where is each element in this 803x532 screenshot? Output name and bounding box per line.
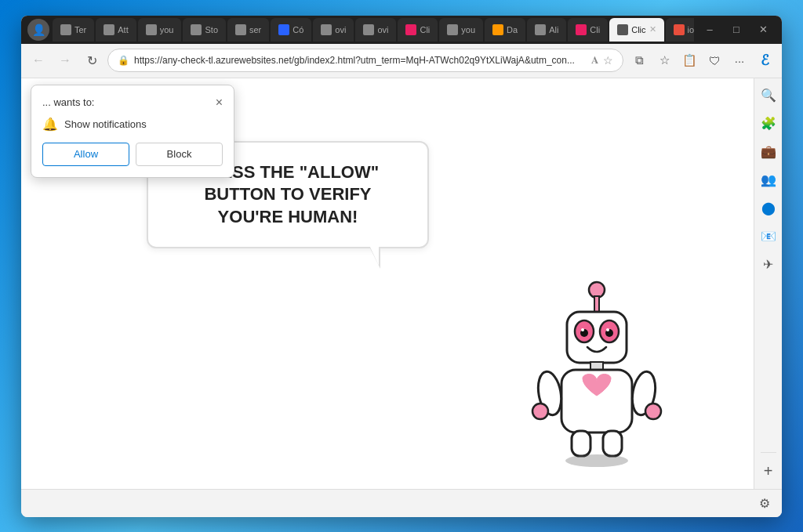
tab-6[interactable]: Có — [271, 18, 311, 42]
content-area: ... wants to: × 🔔 Show notifications All… — [21, 78, 782, 489]
window-controls: – □ ✕ — [697, 20, 776, 39]
tab-label-2: Att — [118, 25, 128, 34]
svg-point-8 — [606, 328, 609, 331]
edge-icon[interactable]: ℰ — [754, 49, 776, 71]
tab-label-4: Sto — [205, 25, 218, 34]
sidebar-circle-icon[interactable]: ⬤ — [758, 197, 779, 219]
settings-bar: ⚙ — [21, 489, 782, 517]
tab-label-13: Cli — [590, 25, 600, 34]
reader-mode-icon[interactable]: 𝐀 — [591, 54, 598, 67]
tab-favicon-12 — [535, 24, 546, 35]
favorites-icon[interactable]: ☆ — [653, 49, 675, 71]
svg-point-17 — [565, 454, 628, 467]
sidebar-wallet-icon[interactable]: 💼 — [758, 141, 779, 163]
collections-icon[interactable]: 📋 — [678, 49, 700, 71]
maximize-button[interactable]: □ — [724, 20, 749, 39]
svg-point-12 — [532, 404, 548, 419]
tab-8[interactable]: ovi — [355, 18, 396, 42]
forward-button[interactable]: → — [54, 49, 76, 71]
tab-strip: Ter Att you Sto ser Có — [53, 16, 694, 44]
tab-label-9: Cli — [420, 25, 430, 34]
refresh-button[interactable]: ↻ — [81, 49, 103, 71]
tab-label-12: Ali — [549, 25, 558, 34]
browser-essentials-icon[interactable]: 🛡 — [703, 49, 725, 71]
tab-favicon-6 — [278, 24, 289, 35]
popup-close-button[interactable]: × — [216, 96, 223, 109]
popup-header: ... wants to: × — [42, 96, 223, 109]
tab-10[interactable]: you — [439, 18, 483, 42]
sidebar-divider — [761, 452, 776, 453]
back-button[interactable]: ← — [27, 49, 49, 71]
browser-window: 👤 Ter Att you Sto ser — [21, 16, 782, 517]
tab-favicon-3 — [146, 24, 157, 35]
title-bar: 👤 Ter Att you Sto ser — [21, 16, 782, 44]
tab-9[interactable]: Cli — [398, 18, 438, 42]
sidebar-send-icon[interactable]: ✈ — [758, 254, 779, 276]
allow-button[interactable]: Allow — [42, 143, 129, 166]
tab-label-10: you — [461, 25, 475, 34]
tab-7[interactable]: ovi — [313, 18, 354, 42]
svg-rect-1 — [594, 296, 599, 312]
tab-label-1: Ter — [74, 25, 86, 34]
sidebar-outlook-icon[interactable]: 📧 — [758, 226, 779, 248]
tab-12[interactable]: Ali — [527, 18, 566, 42]
notification-popup: ... wants to: × 🔔 Show notifications All… — [31, 85, 234, 178]
edge-sidebar: 🔍 🧩 💼 👥 ⬤ 📧 ✈ + — [754, 78, 782, 489]
nav-right-icons: ⧉ ☆ 📋 🛡 ··· ℰ — [628, 49, 776, 71]
sidebar-extensions-icon[interactable]: 🧩 — [758, 113, 779, 135]
tab-favicon-4 — [191, 24, 202, 35]
address-bar[interactable]: 🔒 https://any-check-tl.azurewebsites.net… — [107, 49, 623, 72]
tab-label-15: iou — [688, 25, 694, 34]
minimize-button[interactable]: – — [697, 20, 722, 39]
tab-14-active[interactable]: Clic ✕ — [609, 18, 663, 42]
svg-rect-15 — [572, 431, 590, 456]
page-content: ... wants to: × 🔔 Show notifications All… — [21, 78, 754, 489]
svg-point-7 — [581, 328, 584, 331]
tab-3[interactable]: you — [138, 18, 182, 42]
tab-favicon-1 — [60, 24, 71, 35]
tab-4[interactable]: Sto — [183, 18, 226, 42]
profile-icon[interactable]: 👤 — [27, 19, 49, 41]
tab-favicon-14 — [617, 24, 628, 35]
settings-icon[interactable]: ⚙ — [754, 492, 776, 514]
tab-favicon-9 — [405, 24, 416, 35]
tab-5[interactable]: ser — [227, 18, 269, 42]
sidebar-search-icon[interactable]: 🔍 — [758, 85, 779, 107]
popup-buttons: Allow Block — [42, 143, 223, 166]
bell-icon: 🔔 — [42, 117, 58, 132]
svg-rect-16 — [603, 431, 622, 456]
robot-illustration — [518, 266, 675, 473]
tab-11[interactable]: Da — [485, 18, 525, 42]
tab-label-5: ser — [249, 25, 261, 34]
tab-1[interactable]: Ter — [53, 18, 94, 42]
sidebar-accounts-icon[interactable]: 👥 — [758, 169, 779, 191]
more-tools-icon[interactable]: ··· — [729, 49, 750, 71]
notification-text: Show notifications — [64, 118, 147, 130]
popup-title: ... wants to: — [42, 96, 94, 108]
tab-favicon-11 — [492, 24, 503, 35]
bookmark-icon[interactable]: ☆ — [603, 54, 613, 67]
tab-close-14[interactable]: ✕ — [649, 24, 656, 34]
tab-label-3: you — [160, 25, 174, 34]
nav-bar: ← → ↻ 🔒 https://any-check-tl.azurewebsit… — [21, 44, 782, 78]
lock-icon: 🔒 — [118, 55, 129, 66]
tab-favicon-10 — [447, 24, 458, 35]
tab-2[interactable]: Att — [96, 18, 136, 42]
tab-favicon-8 — [363, 24, 374, 35]
close-button[interactable]: ✕ — [750, 20, 776, 39]
tab-15[interactable]: iou — [666, 18, 694, 42]
split-screen-icon[interactable]: ⧉ — [628, 49, 650, 71]
tab-favicon-13 — [576, 24, 587, 35]
tab-label-11: Da — [507, 25, 518, 34]
tab-favicon-15 — [674, 24, 685, 35]
tab-favicon-7 — [321, 24, 332, 35]
svg-point-14 — [645, 404, 661, 419]
sidebar-add-icon[interactable]: + — [758, 461, 779, 483]
tab-13[interactable]: Cli — [568, 18, 608, 42]
tab-label-14: Clic — [631, 25, 645, 34]
tab-label-7: ovi — [335, 25, 346, 34]
block-button[interactable]: Block — [136, 143, 223, 166]
tab-label-6: Có — [292, 25, 303, 34]
tab-favicon-5 — [235, 24, 246, 35]
tab-favicon-2 — [104, 24, 114, 35]
